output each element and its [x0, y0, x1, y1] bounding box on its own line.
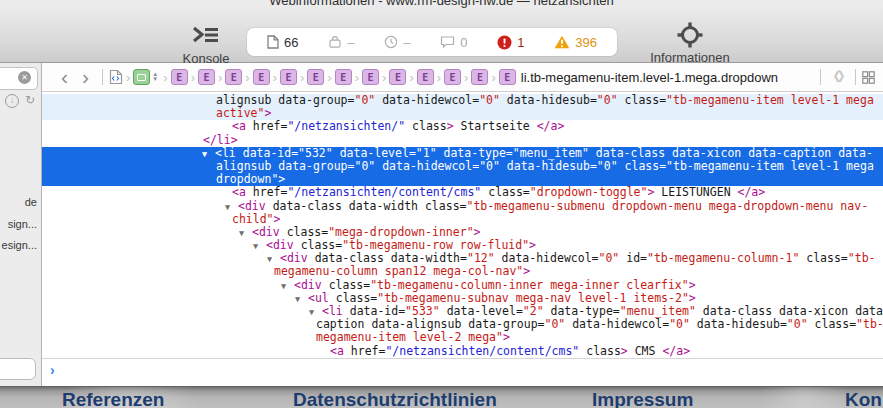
sidebar-search-field[interactable]: ✕	[0, 67, 38, 90]
code-token: </li>	[203, 133, 238, 147]
disclosure-triangle-icon[interactable]: ▼	[281, 280, 294, 293]
divider	[820, 69, 821, 85]
console-icon	[170, 22, 242, 50]
informationen-button[interactable]: Informationen	[650, 21, 730, 65]
code-token: "tb-megamenu-row row-fluid"	[342, 238, 529, 252]
element-badge[interactable]: E	[171, 69, 188, 85]
back-button[interactable]: ‹	[54, 67, 75, 87]
code-token: "tb-megamenu-submenu dropdown-menu mega-…	[467, 199, 869, 213]
document-badge[interactable]: 66	[267, 35, 298, 50]
chevron-right-icon: ›	[163, 70, 167, 85]
code-token: "0"	[544, 317, 565, 331]
code-token: >	[689, 278, 696, 292]
code-token: >	[274, 212, 281, 226]
footer-link[interactable]: Referenzen	[62, 389, 164, 408]
code-token: data-hidewcol=	[375, 93, 479, 107]
element-badge[interactable]: E	[444, 69, 461, 85]
error-icon	[497, 35, 512, 50]
bubble-badge[interactable]: 0	[440, 35, 467, 50]
element-badge[interactable]: E	[471, 69, 488, 85]
code-token: "0"	[354, 93, 375, 107]
footer-link[interactable]: Kon	[845, 389, 882, 408]
code-brackets-icon[interactable]: 《》	[827, 68, 849, 86]
clock-badge[interactable]: –	[384, 35, 410, 50]
sidebar-filter-field[interactable]	[0, 358, 36, 380]
console-prompt-row[interactable]: ›	[42, 358, 883, 386]
code-token: megamenu-column span12 mega-col-nav"	[274, 264, 523, 278]
konsole-button[interactable]: Konsole	[170, 22, 242, 66]
dom-tree-row[interactable]: <a href="/netzansichten/" class> Startse…	[42, 120, 883, 133]
element-badge[interactable]: E	[389, 69, 406, 85]
code-token: class	[579, 344, 621, 358]
element-badge[interactable]: E	[417, 69, 434, 85]
chevron-right-icon: ›	[355, 70, 359, 85]
code-token: >	[447, 119, 454, 133]
code-token: dropdown"	[216, 172, 278, 186]
footer-link[interactable]: Datenschutzrichtlinien	[293, 389, 497, 408]
resource-item[interactable]: sign...	[8, 218, 37, 230]
chevron-right-icon: ›	[437, 70, 441, 85]
code-token: >	[621, 344, 628, 358]
disclosure-triangle-icon[interactable]: ▼	[239, 227, 252, 240]
chevron-right-icon: ›	[464, 70, 468, 85]
download-icon[interactable]: ↓	[5, 94, 19, 108]
selected-element-path[interactable]: li.tb-megamenu-item.level-1.mega.dropdow…	[521, 70, 778, 85]
warning-badge[interactable]: 396	[554, 35, 597, 50]
code-token: class=	[301, 238, 343, 252]
code-token: class=	[618, 159, 666, 173]
dom-tree-row[interactable]: alignsub data-group="0" data-hidewcol="0…	[42, 94, 883, 107]
code-token: class=	[329, 278, 371, 292]
code-token: "dropdown-toggle"	[530, 185, 648, 199]
activity-badge-pill: 66––01396	[247, 28, 617, 56]
element-badge[interactable]: E	[307, 69, 324, 85]
bag-badge[interactable]: –	[328, 35, 354, 50]
document-code-icon[interactable]	[109, 69, 123, 85]
frame-element-badge[interactable]	[133, 69, 150, 85]
code-token: child"	[232, 212, 274, 226]
grid-view-icon[interactable]	[862, 71, 875, 84]
code-token: href=	[253, 119, 288, 133]
code-token: "tb-megamenu-column-1"	[647, 251, 799, 265]
element-badge-trail: E›E›E›E›E›E›E›E›E›E›E›E›E	[171, 69, 516, 85]
code-token: "0"	[597, 93, 618, 107]
error-badge[interactable]: 1	[497, 35, 524, 50]
element-badge[interactable]: E	[225, 69, 242, 85]
footer-link[interactable]: Impressum	[592, 389, 693, 408]
code-token: "2"	[523, 304, 544, 318]
reload-icon[interactable]: ↻	[25, 94, 35, 108]
disclosure-triangle-icon[interactable]: ▼	[253, 240, 266, 253]
element-badge[interactable]: E	[362, 69, 379, 85]
sibling-stepper[interactable]: ▲▼	[152, 72, 158, 82]
element-badge[interactable]: E	[280, 69, 297, 85]
disclosure-triangle-icon[interactable]: ▼	[295, 293, 308, 306]
bag-icon	[328, 35, 342, 49]
forward-button[interactable]: ›	[75, 67, 96, 87]
target-icon	[650, 21, 730, 49]
disclosure-triangle-icon[interactable]: ▼	[202, 148, 215, 161]
dom-tree-row[interactable]: <a href="/netzansichten/content/cms" cla…	[42, 345, 883, 358]
code-token: class=	[799, 251, 847, 265]
clear-search-icon[interactable]: ✕	[18, 71, 31, 84]
element-badge[interactable]: E	[499, 69, 516, 85]
window-title: Webinformationen - www.rm-design-nw.de —…	[0, 0, 883, 8]
code-token: </a>	[537, 119, 565, 133]
badge-count: 1	[517, 35, 524, 50]
code-token: data-class data-width class=	[273, 199, 467, 213]
code-token: "tb-megamenu-item level-1 mega	[666, 93, 874, 107]
code-token: data-class data-width=	[315, 251, 467, 265]
element-badge[interactable]: E	[253, 69, 270, 85]
chevron-right-icon: ›	[382, 70, 386, 85]
resource-item[interactable]: de	[25, 196, 37, 208]
warning-icon	[554, 35, 570, 49]
dom-tree-row-selected[interactable]: alignsub data-group="0" data-hidewcol="0…	[42, 160, 883, 173]
element-badge[interactable]: E	[335, 69, 352, 85]
code-token: "tb-megamenu-column-inner mega-inner cle…	[370, 278, 689, 292]
element-badge[interactable]: E	[198, 69, 215, 85]
code-token: </a>	[662, 344, 690, 358]
chevron-right-icon: ›	[409, 70, 413, 85]
code-token: "/netzansichten/content/cms"	[287, 185, 481, 199]
dom-tree-row[interactable]: ▼<div data-class data-width class="tb-me…	[42, 200, 883, 213]
code-token: "533"	[405, 304, 440, 318]
code-token: href=	[253, 185, 288, 199]
resource-item[interactable]: esign...	[2, 239, 37, 251]
